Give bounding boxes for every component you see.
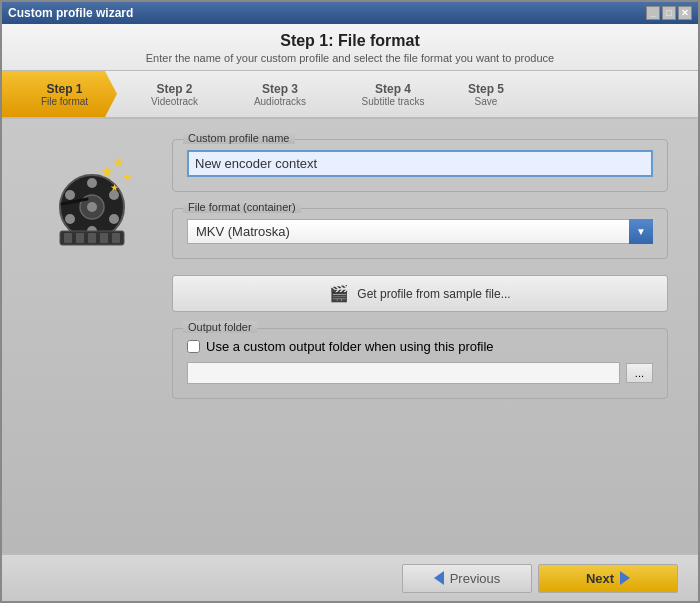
step-4-label: Subtitle tracks xyxy=(362,96,425,107)
next-button[interactable]: Next xyxy=(538,564,678,593)
svg-point-2 xyxy=(87,202,97,212)
wizard-window: Custom profile wizard _ □ ✕ Step 1: File… xyxy=(0,0,700,603)
page-title: Step 1: File format xyxy=(2,32,698,50)
step-2[interactable]: Step 2 Videotrack xyxy=(115,71,220,117)
folder-input-row: ... xyxy=(187,362,653,384)
svg-point-3 xyxy=(87,178,97,188)
step-4-num: Step 4 xyxy=(375,82,411,96)
next-label: Next xyxy=(586,571,614,586)
step-1-num: Step 1 xyxy=(46,82,82,96)
next-arrow-icon xyxy=(620,571,630,585)
svg-point-7 xyxy=(65,214,75,224)
profile-name-input[interactable] xyxy=(187,150,653,177)
file-format-label: File format (container) xyxy=(183,201,301,213)
minimize-button[interactable]: _ xyxy=(646,6,660,20)
steps-bar: Step 1 File format Step 2 Videotrack Ste… xyxy=(2,71,698,119)
svg-text:★: ★ xyxy=(122,170,133,184)
profile-name-group: Custom profile name xyxy=(172,139,668,192)
step-1[interactable]: Step 1 File format xyxy=(2,71,117,117)
step-2-label: Videotrack xyxy=(151,96,198,107)
step-5-num: Step 5 xyxy=(468,82,504,96)
maximize-button[interactable]: □ xyxy=(662,6,676,20)
output-folder-group: Output folder Use a custom output folder… xyxy=(172,328,668,399)
step-3-label: Audiotracks xyxy=(254,96,306,107)
step-2-num: Step 2 xyxy=(156,82,192,96)
folder-path-input[interactable] xyxy=(187,362,620,384)
title-bar-buttons: _ □ ✕ xyxy=(646,6,692,20)
custom-folder-checkbox-label: Use a custom output folder when using th… xyxy=(206,339,494,354)
browse-folder-button[interactable]: ... xyxy=(626,363,653,383)
custom-folder-checkbox-row: Use a custom output folder when using th… xyxy=(187,339,653,354)
step-4[interactable]: Step 4 Subtitle tracks xyxy=(326,71,446,117)
profile-btn-label: Get profile from sample file... xyxy=(357,287,510,301)
previous-button[interactable]: Previous xyxy=(402,564,532,593)
film-reel-icon: ★ ★ ★ ★ xyxy=(42,149,142,249)
svg-rect-11 xyxy=(76,233,84,243)
left-panel: ★ ★ ★ ★ xyxy=(32,139,152,533)
step-1-label: File format xyxy=(41,96,88,107)
close-button[interactable]: ✕ xyxy=(678,6,692,20)
header: Step 1: File format Enter the name of yo… xyxy=(2,24,698,71)
bottom-bar: Previous Next xyxy=(2,553,698,601)
svg-point-5 xyxy=(65,190,75,200)
step-3[interactable]: Step 3 Audiotracks xyxy=(218,71,328,117)
get-profile-button[interactable]: 🎬 Get profile from sample file... xyxy=(172,275,668,312)
file-format-select-wrapper: MKV (Matroska) MP4 AVI MOV WMV ▼ xyxy=(187,219,653,244)
step-5[interactable]: Step 5 Save xyxy=(444,71,524,117)
custom-folder-checkbox[interactable] xyxy=(187,340,200,353)
profile-name-label: Custom profile name xyxy=(183,132,295,144)
svg-text:★: ★ xyxy=(112,154,125,170)
previous-arrow-icon xyxy=(434,571,444,585)
page-subtitle: Enter the name of your custom profile an… xyxy=(2,52,698,64)
window-title: Custom profile wizard xyxy=(8,6,133,20)
main-content: ★ ★ ★ ★ Custom profile name File format … xyxy=(2,119,698,553)
svg-rect-12 xyxy=(88,233,96,243)
right-panel: Custom profile name File format (contain… xyxy=(172,139,668,533)
title-bar: Custom profile wizard _ □ ✕ xyxy=(2,2,698,24)
svg-rect-14 xyxy=(112,233,120,243)
file-format-group: File format (container) MKV (Matroska) M… xyxy=(172,208,668,259)
step-5-label: Save xyxy=(475,96,498,107)
previous-label: Previous xyxy=(450,571,501,586)
svg-text:★: ★ xyxy=(110,182,119,193)
svg-rect-10 xyxy=(64,233,72,243)
svg-rect-13 xyxy=(100,233,108,243)
output-folder-label: Output folder xyxy=(183,321,257,333)
step-3-num: Step 3 xyxy=(262,82,298,96)
profile-btn-icon: 🎬 xyxy=(329,284,349,303)
svg-point-8 xyxy=(109,214,119,224)
file-format-select[interactable]: MKV (Matroska) MP4 AVI MOV WMV xyxy=(187,219,653,244)
